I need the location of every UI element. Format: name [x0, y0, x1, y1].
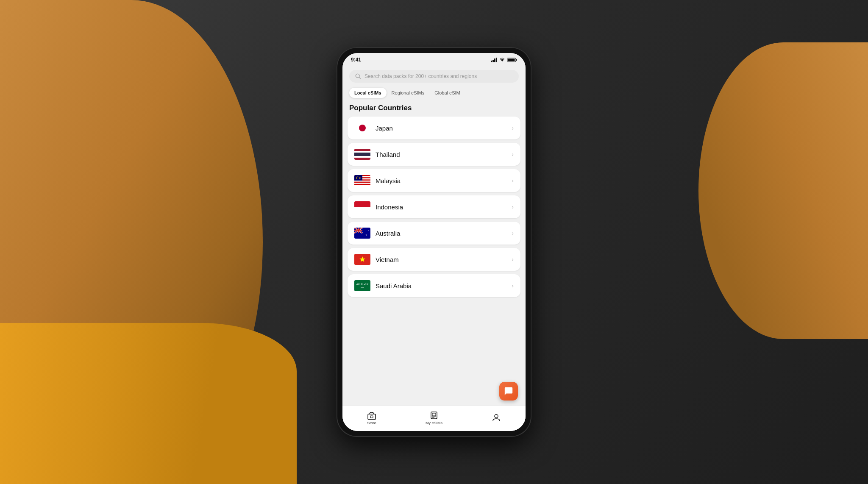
search-placeholder: Search data packs for 200+ countries and… — [364, 73, 477, 79]
search-icon — [355, 73, 361, 79]
svg-rect-5 — [516, 59, 517, 61]
chat-fab-button[interactable] — [499, 382, 518, 401]
svg-rect-16 — [354, 183, 370, 184]
svg-rect-1 — [492, 60, 494, 62]
country-item-malaysia[interactable]: Malaysia › — [348, 169, 520, 192]
country-item-indonesia[interactable]: Indonesia › — [348, 195, 520, 218]
flag-indonesia — [354, 201, 370, 212]
country-item-saudi-arabia[interactable]: لا إله إلا الله — Saudi Arabia › — [348, 274, 520, 297]
chevron-australia: › — [512, 230, 514, 236]
svg-rect-2 — [494, 58, 495, 62]
svg-rect-40 — [432, 413, 436, 416]
flag-japan — [354, 122, 370, 134]
flag-thailand — [354, 149, 370, 160]
tab-global-esim[interactable]: Global eSIM — [429, 88, 465, 98]
esim-icon — [429, 411, 439, 420]
svg-rect-0 — [491, 61, 492, 62]
svg-rect-17 — [354, 184, 370, 185]
country-item-australia[interactable]: Australia › — [348, 222, 520, 245]
country-left-australia: Australia — [354, 228, 400, 239]
country-left-japan: Japan — [354, 122, 393, 134]
svg-rect-39 — [431, 412, 437, 419]
tab-regional-esims[interactable]: Regional eSIMs — [387, 88, 430, 98]
hand-right — [698, 42, 868, 339]
bottom-nav: Store My eSIMs — [342, 406, 526, 431]
section-title: Popular Countries — [349, 104, 519, 112]
country-left-indonesia: Indonesia — [354, 201, 403, 212]
nav-item-store[interactable]: Store — [367, 411, 376, 425]
country-list: Popular Countries Japan › — [342, 101, 526, 406]
app-content: Search data packs for 200+ countries and… — [342, 67, 526, 431]
flag-vietnam: ★ — [354, 254, 370, 265]
chevron-indonesia: › — [512, 203, 514, 210]
signal-icon — [491, 58, 498, 62]
svg-point-43 — [495, 414, 498, 418]
nav-item-account[interactable] — [492, 413, 501, 423]
svg-rect-37 — [368, 414, 376, 420]
tab-local-esims[interactable]: Local eSIMs — [349, 88, 387, 98]
svg-line-8 — [359, 77, 360, 78]
status-bar: 9:41 — [342, 53, 526, 67]
country-item-japan[interactable]: Japan › — [348, 117, 520, 139]
country-name-malaysia: Malaysia — [376, 177, 401, 184]
country-left-thailand: Thailand — [354, 149, 400, 160]
chevron-saudi: › — [512, 282, 514, 289]
battery-icon — [507, 58, 517, 62]
vietnam-star: ★ — [359, 256, 366, 263]
svg-rect-38 — [370, 416, 373, 418]
chevron-thailand: › — [512, 151, 514, 158]
chevron-japan: › — [512, 125, 514, 131]
sleeve — [0, 323, 297, 484]
flag-saudi: لا إله إلا الله — — [354, 280, 370, 291]
search-bar[interactable]: Search data packs for 200+ countries and… — [349, 70, 519, 83]
account-icon — [492, 413, 501, 422]
nav-label-store: Store — [367, 421, 376, 425]
country-name-indonesia: Indonesia — [376, 203, 403, 211]
country-name-japan: Japan — [376, 125, 393, 132]
country-item-thailand[interactable]: Thailand › — [348, 143, 520, 166]
country-left-malaysia: Malaysia — [354, 175, 401, 186]
country-left-vietnam: ★ Vietnam — [354, 254, 399, 265]
country-name-australia: Australia — [376, 230, 400, 237]
svg-rect-14 — [354, 181, 370, 182]
svg-rect-34 — [358, 228, 359, 233]
scene: 9:41 — [0, 0, 868, 484]
country-name-saudi: Saudi Arabia — [376, 282, 412, 289]
flag-malaysia — [354, 175, 370, 186]
country-name-vietnam: Vietnam — [376, 256, 399, 263]
svg-rect-15 — [354, 182, 370, 183]
store-icon — [367, 411, 376, 420]
country-left-saudi: لا إله إلا الله — Saudi Arabia — [354, 280, 412, 291]
svg-rect-6 — [508, 58, 515, 61]
country-name-thailand: Thailand — [376, 151, 400, 158]
status-icons — [491, 58, 517, 62]
chevron-vietnam: › — [512, 256, 514, 263]
chevron-malaysia: › — [512, 177, 514, 184]
tabs: Local eSIMs Regional eSIMs Global eSIM — [349, 88, 519, 98]
saudi-arabic-text: لا إله إلا الله — [356, 282, 368, 285]
status-time: 9:41 — [351, 57, 361, 63]
saudi-sword: — — [361, 285, 364, 289]
country-item-vietnam[interactable]: ★ Vietnam › — [348, 248, 520, 271]
wifi-icon — [499, 58, 505, 62]
nav-label-esims: My eSIMs — [426, 421, 442, 425]
nav-item-my-esims[interactable]: My eSIMs — [426, 411, 442, 425]
chat-icon — [504, 387, 513, 396]
phone: 9:41 — [337, 47, 531, 437]
svg-rect-18 — [354, 185, 370, 186]
phone-screen: 9:41 — [342, 53, 526, 431]
flag-australia — [354, 228, 370, 239]
svg-rect-3 — [496, 58, 497, 62]
